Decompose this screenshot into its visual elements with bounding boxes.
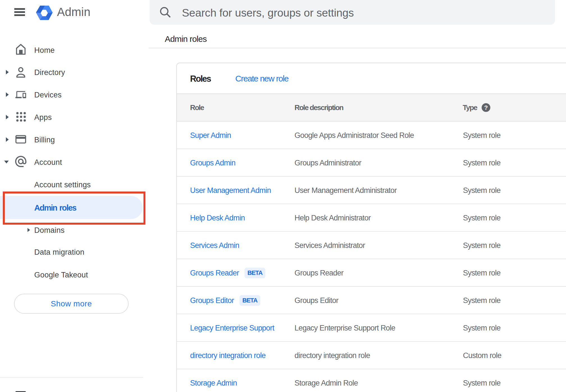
svg-text:?: ? (484, 104, 488, 111)
